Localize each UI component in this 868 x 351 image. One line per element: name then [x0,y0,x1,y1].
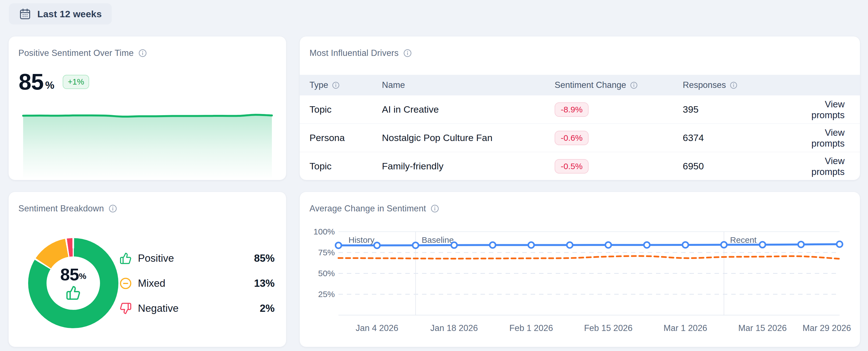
legend-label: Negative [138,303,179,314]
time-range-label: Last 12 weeks [37,9,102,20]
legend-label: Mixed [138,278,165,289]
info-icon[interactable] [730,81,737,89]
thumbs-down-icon [120,302,132,315]
avg-change-line-chart: 100%75%50%25%HistoryBaselineRecentJan 4 … [300,192,860,347]
cell-name: Family-friendly [382,161,555,172]
card-title: Most Influential Drivers [309,48,399,58]
svg-text:75%: 75% [318,248,335,257]
legend-item-negative: Negative 2% [120,301,275,316]
legend-value: 13% [254,278,275,289]
svg-text:History: History [348,235,374,244]
info-icon[interactable] [332,81,340,89]
avg-change-card: Average Change in Sentiment 100%75%50%25… [300,191,860,347]
calendar-icon [19,8,31,20]
cell-sentiment-change: -0.6% [555,131,683,145]
cell-type: Topic [309,161,382,172]
time-range-button[interactable]: Last 12 weeks [9,3,112,25]
table-row: Topic Family-friendly -0.5% 6950 View pr… [300,152,860,180]
info-icon[interactable] [403,49,412,57]
sentiment-change-badge: -0.6% [555,131,589,145]
svg-text:50%: 50% [318,269,335,278]
sentiment-breakdown-card: Sentiment Breakdown 85 % Positive 85% [8,191,286,347]
legend-value: 2% [260,303,275,314]
cell-type: Topic [309,104,382,115]
sentiment-change-badge: -8.9% [555,102,589,117]
svg-text:Mar 15 2026: Mar 15 2026 [738,323,787,333]
minus-circle-icon [120,277,132,289]
donut-center-unit: % [79,272,86,280]
cell-responses: 6950 [683,161,803,172]
svg-text:25%: 25% [318,289,335,299]
drivers-card: Most Influential Drivers Type Name Senti… [300,36,860,180]
svg-text:Feb 15 2026: Feb 15 2026 [584,323,632,333]
cell-name: Nostalgic Pop Culture Fan [382,132,555,143]
positive-sentiment-card: Positive Sentiment Over Time 85 % +1% [8,36,286,180]
sentiment-change-badge: -0.5% [555,159,589,174]
cell-responses: 395 [683,104,803,115]
svg-text:Feb 1 2026: Feb 1 2026 [509,323,553,333]
legend-label: Positive [138,252,174,264]
legend-item-mixed: Mixed 13% [120,276,275,291]
thumbs-up-icon [66,285,81,301]
svg-text:Mar 1 2026: Mar 1 2026 [663,323,707,333]
column-header-sentiment-change: Sentiment Change [555,80,683,90]
info-icon[interactable] [630,81,638,89]
drivers-table: Type Name Sentiment Change Responses Top… [300,75,860,180]
table-row: Topic AI in Creative -8.9% 395 View prom… [300,95,860,124]
svg-text:Jan 4 2026: Jan 4 2026 [356,323,398,333]
sentiment-donut-chart: 85 % [28,238,118,328]
view-prompts-link[interactable]: View prompts [811,128,845,148]
svg-text:Baseline: Baseline [422,235,454,244]
column-header-responses: Responses [683,80,803,90]
donut-center: 85 % [46,256,100,310]
svg-text:100%: 100% [313,227,335,236]
positive-sentiment-area-chart [9,36,286,180]
donut-center-value: 85 [60,266,79,283]
cell-sentiment-change: -8.9% [555,102,683,117]
cell-type: Persona [309,132,382,143]
view-prompts-link[interactable]: View prompts [811,99,845,120]
thumbs-up-icon [120,252,132,265]
cell-sentiment-change: -0.5% [555,159,683,174]
svg-text:Mar 29 2026: Mar 29 2026 [803,323,851,333]
view-prompts-link[interactable]: View prompts [811,156,845,177]
card-title: Sentiment Breakdown [19,204,104,214]
svg-text:Recent: Recent [730,235,757,244]
cell-name: AI in Creative [382,104,555,115]
column-header-name: Name [382,80,555,90]
table-header-row: Type Name Sentiment Change Responses [300,75,860,95]
svg-text:Jan 18 2026: Jan 18 2026 [430,323,478,333]
column-header-type: Type [309,80,382,90]
table-row: Persona Nostalgic Pop Culture Fan -0.6% … [300,124,860,152]
info-icon[interactable] [108,204,117,213]
cell-responses: 6374 [683,132,803,143]
legend-value: 85% [254,252,275,264]
legend-item-positive: Positive 85% [120,251,275,266]
